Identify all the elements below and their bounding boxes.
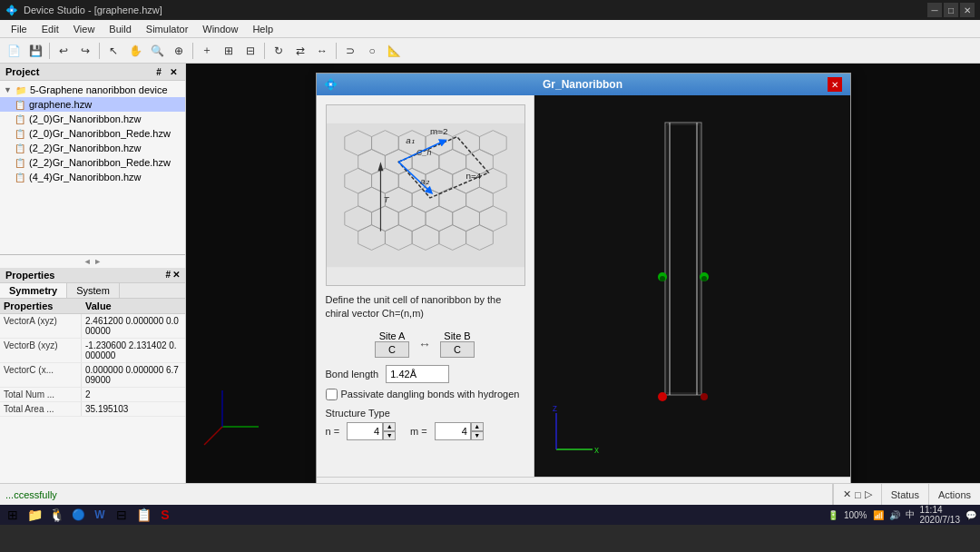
close-button[interactable]: ✕ [960, 3, 975, 17]
grid-button[interactable]: ⊟ [240, 41, 260, 61]
align-button[interactable]: ⊞ [219, 41, 239, 61]
undo-button[interactable]: ↩ [54, 41, 74, 61]
col-header-property: Properties [0, 299, 82, 313]
prop-row-4: Total Area ... 35.195103 [0, 402, 185, 417]
properties-list: VectorA (xyz) 2.461200 0.000000 0.000000… [0, 314, 185, 484]
clock[interactable]: 11:14 2020/7/13 [920, 505, 961, 525]
prop-row-2: VectorC (x... 0.000000 0.000000 6.709000 [0, 363, 185, 388]
tree-project-root[interactable]: ▼ 📁 5-Graphene nanoribbon device [0, 83, 185, 97]
menu-view[interactable]: View [66, 20, 103, 37]
sidebar-icon-close[interactable]: ✕ [167, 65, 180, 78]
menu-window[interactable]: Window [195, 20, 245, 37]
dialog-overlay: 💠 Gr_Nanoribbon ✕ [186, 64, 980, 483]
status-icons-cell: ✕ □ ▷ [833, 484, 881, 505]
n-up-button[interactable]: ▲ [383, 422, 396, 431]
n-down-button[interactable]: ▼ [383, 431, 396, 440]
properties-title: Properties [5, 270, 54, 281]
prop-val-1: -1.230600 2.131402 0.000000 [82, 339, 185, 362]
sidebar-icon-1[interactable]: # [152, 65, 165, 78]
menu-help[interactable]: Help [245, 20, 280, 37]
hand-button[interactable]: ✋ [125, 41, 145, 61]
save-button[interactable]: 💾 [25, 41, 45, 61]
tree-item-file-3[interactable]: 📋 (2_2)Gr_Nanoribbon.hzw [0, 141, 185, 155]
tree-item-file-2[interactable]: 📋 (2_0)Gr_Nanoribbon_Rede.hzw [0, 126, 185, 141]
atom-button[interactable]: ○ [362, 41, 382, 61]
taskbar-app-2[interactable]: ⊟ [113, 506, 131, 524]
file-icon-0: 📋 [15, 100, 25, 110]
ime-icon: 中 [906, 508, 915, 521]
status-message-area: ...ccessfully [0, 489, 832, 500]
file-name-2: (2_0)Gr_Nanoribbon_Rede.hzw [29, 128, 171, 139]
measure-button[interactable]: 📐 [384, 41, 404, 61]
prop-key-1: VectorB (xyz) [0, 339, 82, 362]
m-input[interactable] [435, 422, 471, 440]
taskbar-app-1[interactable]: 🐧 [47, 506, 65, 524]
tree-item-file-1[interactable]: 📋 (2_0)Gr_Nanoribbon.hzw [0, 112, 185, 126]
start-button[interactable]: ⊞ [4, 506, 22, 524]
passivate-checkbox[interactable] [326, 389, 338, 400]
site-b-label: Site B [440, 330, 475, 341]
site-a-label: Site A [375, 330, 409, 341]
time: 11:14 [920, 505, 961, 515]
flip-button[interactable]: ⇄ [290, 41, 310, 61]
title-bar: 💠 Device Studio - [graphene.hzw] ─ □ ✕ [0, 0, 980, 20]
status-label: Status [891, 489, 919, 500]
actions-label-cell: Actions [928, 484, 980, 505]
taskbar-app-3[interactable]: 📋 [134, 506, 152, 524]
notification-icon[interactable]: 💬 [965, 510, 976, 520]
site-ab-row: Site A C ↔ Site B C [326, 330, 524, 358]
sites-section: Site A C ↔ Site B C [326, 330, 524, 440]
status-icon-square[interactable]: □ [855, 489, 861, 500]
mirror-button[interactable]: ↔ [312, 41, 332, 61]
new-button[interactable]: 📄 [4, 41, 24, 61]
rotate-button[interactable]: ↻ [269, 41, 289, 61]
properties-tabs: Symmetry System [0, 283, 185, 299]
status-message: ...ccessfully [5, 489, 57, 500]
status-icon-play[interactable]: ▷ [865, 488, 872, 500]
add-button[interactable]: ＋ [197, 41, 217, 61]
taskbar-file-explorer[interactable]: 📁 [25, 506, 44, 524]
site-a-button[interactable]: C [375, 341, 409, 358]
n-arrows: ▲ ▼ [383, 422, 396, 440]
dialog-close-button[interactable]: ✕ [828, 77, 842, 92]
tab-symmetry[interactable]: Symmetry [0, 283, 67, 298]
zoom-button[interactable]: 🔍 [147, 41, 167, 61]
tree-item-graphene[interactable]: 📋 graphene.hzw [0, 97, 185, 112]
toolbar-separator-1 [49, 43, 50, 59]
menu-file[interactable]: File [4, 20, 34, 37]
tree-item-file-5[interactable]: 📋 (4_4)Gr_Nanoribbon.hzw [0, 170, 185, 184]
properties-close-icon[interactable]: ✕ [172, 270, 180, 280]
svg-point-69 [701, 393, 708, 400]
bond-length-input[interactable] [386, 365, 449, 383]
actions-label: Actions [938, 489, 971, 500]
m-down-button[interactable]: ▼ [471, 431, 484, 440]
maximize-button[interactable]: □ [944, 3, 958, 17]
dialog-left-panel: a₁ a₂ m=2 n=4 T C_h [317, 95, 534, 477]
lattice-preview: a₁ a₂ m=2 n=4 T C_h [326, 104, 525, 286]
svg-rect-59 [538, 95, 847, 477]
menu-build[interactable]: Build [102, 20, 138, 37]
site-b-button[interactable]: C [440, 341, 475, 358]
zoom-in-button[interactable]: ⊕ [169, 41, 189, 61]
prop-row-3: Total Num ... 2 [0, 388, 185, 402]
select-button[interactable]: ↖ [103, 41, 123, 61]
m-up-button[interactable]: ▲ [471, 422, 484, 431]
svg-text:z: z [553, 403, 557, 413]
tab-system[interactable]: System [67, 283, 120, 298]
tree-item-file-4[interactable]: 📋 (2_2)Gr_Nanoribbon_Rede.hzw [0, 155, 185, 170]
menu-edit[interactable]: Edit [34, 20, 66, 37]
menu-bar: File Edit View Build Simulator Window He… [0, 20, 980, 38]
redo-button[interactable]: ↪ [75, 41, 95, 61]
properties-header: Properties # ✕ [0, 268, 185, 283]
svg-text:T: T [383, 194, 389, 204]
svg-point-68 [658, 392, 667, 401]
taskbar-slides[interactable]: S [156, 506, 174, 524]
properties-icon[interactable]: # [165, 270, 171, 280]
minimize-button[interactable]: ─ [927, 3, 942, 17]
taskbar-chrome[interactable]: 🔵 [69, 506, 87, 524]
bond-button[interactable]: ⊃ [340, 41, 360, 61]
menu-simulator[interactable]: Simulator [139, 20, 195, 37]
n-input[interactable] [347, 422, 383, 440]
status-icon-x[interactable]: ✕ [843, 488, 851, 500]
taskbar-word[interactable]: W [91, 506, 109, 524]
